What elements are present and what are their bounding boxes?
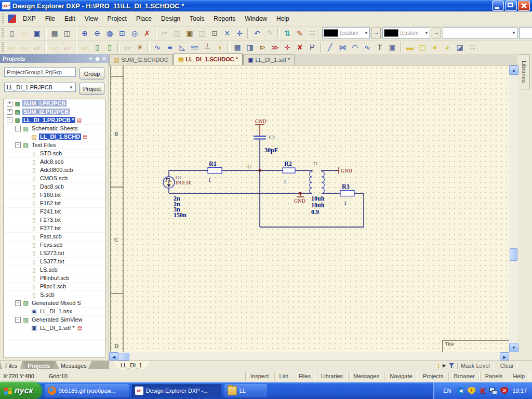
resistor-r2[interactable] <box>283 168 295 173</box>
menu-item[interactable]: Tools <box>185 14 209 24</box>
no-erc-icon[interactable]: ✘ <box>294 42 306 53</box>
language-indicator[interactable]: EN <box>441 387 454 395</box>
tree-item[interactable]: ▯Fast.scb <box>4 232 105 241</box>
clear-marks-icon[interactable]: ✗ <box>141 28 153 39</box>
label-r3-value[interactable]: 1 <box>344 200 347 206</box>
power-port-icon[interactable]: ╧ <box>201 42 214 53</box>
taskbar-task[interactable]: LL <box>224 384 267 397</box>
mask-level-button[interactable]: Mask Level <box>457 363 494 369</box>
color-browse-button-2[interactable]: ... <box>432 28 441 38</box>
panel-button-messages[interactable]: Messages <box>348 371 384 381</box>
tree-item[interactable]: -▨Generated Mixed S <box>4 299 105 307</box>
part-icon[interactable]: ◗ <box>214 42 226 53</box>
paste-array-icon[interactable]: ◫ <box>196 28 208 39</box>
tree-item[interactable]: ▯F241.txt <box>4 207 105 216</box>
expand-toggle-icon[interactable]: - <box>15 126 21 131</box>
project-tree[interactable]: +▩SUM_I.PRJPCB+▩SUM_I2.PRJPCB-▩LL_DI_1.P… <box>3 99 105 357</box>
label-t1-value-1[interactable]: 10uh <box>311 195 325 202</box>
menu-item[interactable]: Reports <box>209 14 240 24</box>
minimize-button[interactable] <box>492 1 504 11</box>
label-r2-ref[interactable]: R2 <box>284 160 292 167</box>
menu-item[interactable]: Place <box>131 14 156 24</box>
selection-combo[interactable]: ▼ <box>443 28 517 38</box>
tree-item[interactable]: ▯CMOS.scb <box>4 174 105 182</box>
panel-button-help[interactable]: Help <box>508 371 530 381</box>
menu-item[interactable]: Window <box>240 14 272 24</box>
toolbar-grip[interactable] <box>2 42 4 52</box>
tree-item[interactable]: ▯STD.scb <box>4 149 105 157</box>
label-r2-value[interactable]: 1 <box>284 179 286 184</box>
menu-item[interactable]: Help <box>272 14 294 24</box>
expand-toggle-icon[interactable]: - <box>7 117 12 123</box>
text-icon[interactable]: T <box>374 42 386 53</box>
new-sheet-icon[interactable]: ▯ <box>103 42 116 53</box>
wire-icon[interactable]: ∿ <box>151 42 164 53</box>
label-g1-model[interactable]: IPULSE <box>176 180 192 185</box>
horizontal-scrollbar[interactable]: ◀ ▶ <box>109 352 509 361</box>
label-g1-param-4[interactable]: 150n <box>174 211 187 219</box>
label-r1-value[interactable]: 1 <box>208 177 211 183</box>
cross-probe-icon[interactable]: ∷ <box>306 28 318 39</box>
rounded-rect-icon[interactable]: ▢ <box>416 42 429 53</box>
tree-item[interactable]: ▯F273.txt <box>4 216 105 224</box>
panel-button-files[interactable]: Files <box>294 371 316 381</box>
panel-tab-messages[interactable]: Messages <box>56 361 92 370</box>
security-alert-icon[interactable]: ! <box>468 387 475 395</box>
filter-funnel-icon[interactable] <box>449 363 454 368</box>
libraries-side-tab[interactable]: Libraries <box>519 54 530 89</box>
tree-item[interactable]: ▯LS377.txt <box>4 257 105 265</box>
panel-button-inspect[interactable]: Inspect <box>245 371 274 381</box>
arc-icon[interactable]: ◠ <box>349 42 361 53</box>
antivirus-k-icon[interactable]: K <box>478 387 486 395</box>
start-button[interactable]: пуск <box>0 382 42 399</box>
probe-icon[interactable]: ✛ <box>281 42 294 53</box>
panel-button-browser[interactable]: Browser <box>448 371 480 381</box>
clear-button[interactable]: Clear <box>497 363 517 369</box>
transformer-t1[interactable] <box>310 171 325 193</box>
menu-item[interactable]: Design <box>156 14 185 24</box>
rectangle-icon[interactable]: ▬ <box>404 42 416 53</box>
label-gnd-bottom[interactable]: GND <box>294 198 305 204</box>
document-tab[interactable]: ▤LL_DI_1.SCHDOC * <box>174 53 243 65</box>
scroll-up-icon[interactable]: ▲ <box>509 65 518 75</box>
expand-toggle-icon[interactable]: + <box>7 101 12 107</box>
vertical-scrollbar[interactable]: ▲ ▼ <box>509 65 517 352</box>
label-c1-value[interactable]: 30pF <box>264 147 278 154</box>
resistor-r1[interactable] <box>208 168 222 174</box>
save-icon[interactable]: ▣ <box>31 28 43 39</box>
vertical-scroll-thumb[interactable] <box>510 248 517 261</box>
tree-item[interactable]: -▨Schematic Sheets <box>4 124 105 132</box>
tree-item[interactable]: -▩LL_DI_1.PRJPCB *▤ <box>4 116 105 124</box>
label-gnd-right[interactable]: GND <box>341 168 352 174</box>
resistor-r3[interactable] <box>340 191 354 196</box>
undo-icon[interactable]: ↶ <box>251 28 263 39</box>
zoom-combo[interactable]: ▼ <box>519 28 532 38</box>
label-t1-value-2[interactable]: 10uh <box>311 202 325 209</box>
off-sheet-icon[interactable]: ≫ <box>269 42 281 53</box>
color-picker-1[interactable]: (custom ▼ <box>322 28 370 38</box>
panel-button-panels[interactable]: Panels <box>480 371 508 381</box>
expand-toggle-icon[interactable]: - <box>15 300 21 306</box>
tree-item[interactable]: ▯Adc8.scb <box>4 157 105 166</box>
open-document-icon[interactable]: ▱ <box>48 42 61 53</box>
sheet-tab[interactable]: LL_DI_1 <box>113 361 150 370</box>
zoom-area-icon[interactable]: ⊡ <box>116 28 128 39</box>
toolbar-grip[interactable] <box>2 14 4 24</box>
redo-icon[interactable]: ↷ <box>263 28 276 39</box>
panel-tab-projects[interactable]: Projects <box>22 361 55 370</box>
open-project-icon[interactable]: ▱ <box>18 42 31 53</box>
expand-toggle-icon[interactable]: - <box>15 317 21 323</box>
sheet-symbol-icon[interactable]: ▦ <box>231 42 244 53</box>
panel-tab-files[interactable]: Files <box>0 361 22 370</box>
project-group-input[interactable]: ProjectGroup1.PrjGrp <box>4 68 76 77</box>
panel-button-projects[interactable]: Projects <box>418 371 449 381</box>
panel-pin-icon[interactable]: ◉ <box>96 56 100 61</box>
menu-item[interactable]: Edit <box>60 14 80 24</box>
menu-item[interactable]: File <box>41 14 60 24</box>
save-project-icon[interactable]: ▱ <box>78 42 91 53</box>
menu-item[interactable]: View <box>80 14 103 24</box>
horizontal-scroll-thumb[interactable] <box>118 353 129 361</box>
copy-icon[interactable]: ◫ <box>171 28 183 39</box>
group-button[interactable]: Group <box>79 68 104 79</box>
project-button[interactable]: Project <box>79 83 104 95</box>
